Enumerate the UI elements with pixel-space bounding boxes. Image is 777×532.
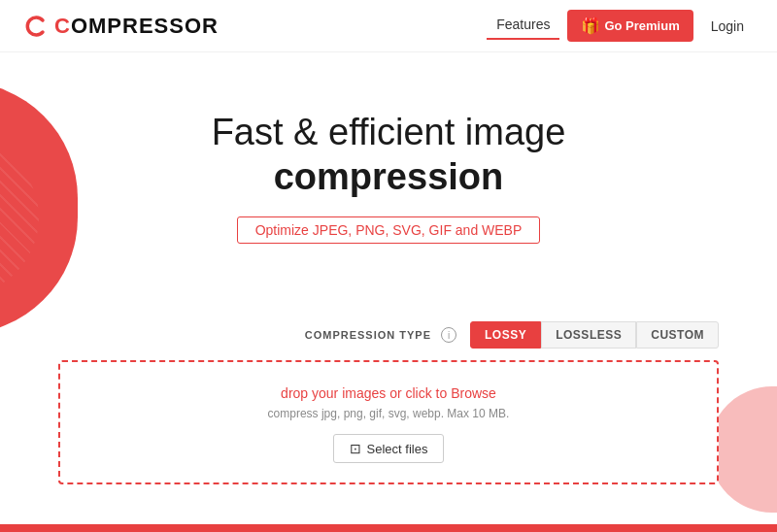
main-content: Fast & efficient image compression Optim… (0, 52, 777, 532)
hero-title: Fast & efficient image compression (0, 111, 777, 199)
compression-custom-button[interactable]: CUSTOM (636, 321, 719, 349)
compression-info-icon[interactable]: i (441, 327, 456, 343)
upload-icon: ⊡ (350, 441, 361, 456)
premium-label: Go Premium (604, 18, 679, 33)
drop-main-text: drop your images or click to Browse (80, 385, 697, 401)
navbar: COMPRESSOR Features 🎁 Go Premium Login (0, 0, 777, 52)
drop-sub-text: compress jpg, png, gif, svg, webp. Max 1… (80, 407, 697, 420)
hero-title-bold: compression (0, 155, 777, 200)
compression-type-bar: COMPRESSION TYPE i LOSSY LOSSLESS CUSTOM (0, 321, 777, 349)
logo-icon (23, 13, 51, 40)
logo-text: COMPRESSOR (54, 14, 219, 39)
nav-features-link[interactable]: Features (487, 13, 559, 40)
select-files-button[interactable]: ⊡ Select files (333, 434, 445, 463)
hero-subtitle: Optimize JPEG, PNG, SVG, GIF and WEBP (237, 216, 541, 244)
nav-right: Features 🎁 Go Premium Login (487, 10, 754, 42)
go-premium-button[interactable]: 🎁 Go Premium (567, 10, 693, 42)
compression-type-label: COMPRESSION TYPE (305, 329, 431, 341)
bottom-bar (0, 524, 777, 532)
select-files-label: Select files (367, 442, 428, 456)
compression-lossless-button[interactable]: LOSSLESS (541, 321, 636, 349)
dropzone-wrapper: drop your images or click to Browse comp… (0, 360, 777, 484)
hero-section: Fast & efficient image compression Optim… (0, 52, 777, 244)
premium-emoji: 🎁 (581, 17, 600, 35)
dropzone[interactable]: drop your images or click to Browse comp… (58, 360, 719, 484)
login-link[interactable]: Login (701, 15, 754, 38)
compression-lossy-button[interactable]: LOSSY (470, 321, 541, 349)
logo: COMPRESSOR (23, 13, 219, 40)
